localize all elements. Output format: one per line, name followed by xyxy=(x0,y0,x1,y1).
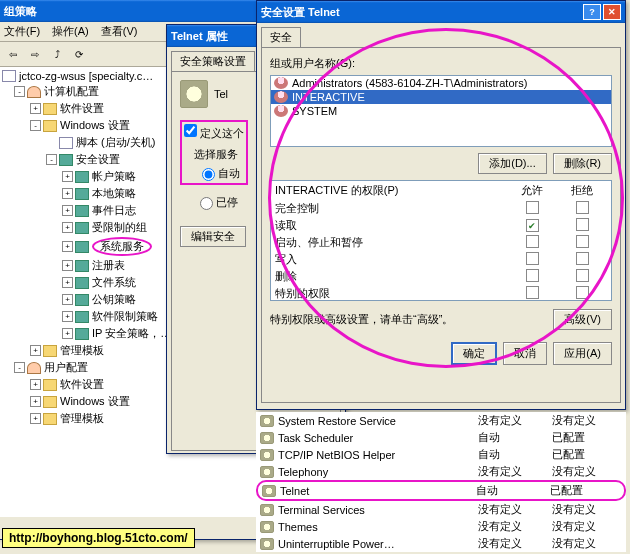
expand-toggle[interactable]: + xyxy=(62,222,73,233)
deny-checkbox[interactable] xyxy=(576,269,589,282)
back-icon[interactable]: ⇦ xyxy=(3,45,23,63)
expand-toggle[interactable]: + xyxy=(62,171,73,182)
expand-toggle[interactable]: + xyxy=(30,345,41,356)
tree-item-label: 用户配置 xyxy=(44,360,88,375)
allow-checkbox[interactable] xyxy=(526,286,539,299)
expand-toggle[interactable]: - xyxy=(14,86,25,97)
expand-toggle[interactable]: + xyxy=(62,260,73,271)
expand-toggle[interactable]: + xyxy=(62,205,73,216)
services-list[interactable]: System Restore Service没有定义没有定义Task Sched… xyxy=(256,412,626,552)
radio-auto[interactable] xyxy=(202,168,215,181)
folder-icon xyxy=(43,120,57,132)
tab-security-policy[interactable]: 安全策略设置 xyxy=(171,51,255,71)
expand-toggle[interactable]: + xyxy=(62,294,73,305)
allow-header: 允许 xyxy=(507,183,557,198)
group-row[interactable]: Administrators (4583-6104-ZH-T\Administr… xyxy=(271,76,611,90)
secdlg-titlebar[interactable]: 安全设置 Telnet ? ✕ xyxy=(257,1,625,23)
service-icon xyxy=(180,80,208,108)
service-row[interactable]: Terminal Services没有定义没有定义 xyxy=(256,501,626,518)
radio-disabled[interactable] xyxy=(200,197,213,210)
deny-checkbox[interactable] xyxy=(576,252,589,265)
refresh-icon[interactable]: ⟳ xyxy=(69,45,89,63)
ok-button[interactable]: 确定 xyxy=(451,342,497,365)
gear-icon xyxy=(260,538,274,550)
allow-checkbox[interactable] xyxy=(526,235,539,248)
permission-row: 删除 xyxy=(271,268,611,285)
permission-row: 特别的权限 xyxy=(271,285,611,300)
expand-toggle[interactable]: - xyxy=(46,154,57,165)
tree-item-label: 文件系统 xyxy=(92,275,136,290)
tree-item-label: 帐户策略 xyxy=(92,169,136,184)
group-row[interactable]: INTERACTIVE xyxy=(271,90,611,104)
book-icon xyxy=(75,188,89,200)
expand-toggle[interactable]: + xyxy=(30,396,41,407)
menu-action[interactable]: 操作(A) xyxy=(52,24,89,39)
menu-file[interactable]: 文件(F) xyxy=(4,24,40,39)
help-button[interactable]: ? xyxy=(583,4,601,20)
permission-row: 启动、停止和暂停 xyxy=(271,234,611,251)
menu-view[interactable]: 查看(V) xyxy=(101,24,138,39)
tree-item-label: 安全设置 xyxy=(76,152,120,167)
advanced-button[interactable]: 高级(V) xyxy=(553,309,612,330)
gear-icon xyxy=(260,432,274,444)
gpedit-titlebar[interactable]: 组策略 xyxy=(0,0,259,22)
permissions-table: INTERACTIVE 的权限(P) 允许 拒绝 完全控制读取✔启动、停止和暂停… xyxy=(270,180,612,301)
edit-security-button[interactable]: 编辑安全 xyxy=(180,226,246,247)
allow-checkbox[interactable]: ✔ xyxy=(526,219,539,232)
gear-icon xyxy=(260,415,274,427)
book-icon xyxy=(75,222,89,234)
expand-toggle[interactable]: + xyxy=(30,413,41,424)
add-button[interactable]: 添加(D)... xyxy=(478,153,546,174)
highlight-define: 定义这个 选择服务 自动 xyxy=(180,120,248,185)
allow-checkbox[interactable] xyxy=(526,269,539,282)
tree-item-label: 计算机配置 xyxy=(44,84,99,99)
user-icon xyxy=(27,362,41,374)
expand-toggle[interactable]: + xyxy=(62,277,73,288)
fwd-icon[interactable]: ⇨ xyxy=(25,45,45,63)
expand-toggle[interactable]: + xyxy=(30,379,41,390)
deny-checkbox[interactable] xyxy=(576,218,589,231)
book-icon xyxy=(75,260,89,272)
deny-checkbox[interactable] xyxy=(576,286,589,299)
service-row[interactable]: TCP/IP NetBIOS Helper自动已配置 xyxy=(256,446,626,463)
book-icon xyxy=(75,277,89,289)
apply-button[interactable]: 应用(A) xyxy=(553,342,612,365)
radio-disabled-label: 已停 xyxy=(216,196,238,208)
allow-checkbox[interactable] xyxy=(526,201,539,214)
folder-icon xyxy=(43,345,57,357)
close-button[interactable]: ✕ xyxy=(603,4,621,20)
radio-auto-label: 自动 xyxy=(218,167,240,179)
allow-checkbox[interactable] xyxy=(526,252,539,265)
gear-icon xyxy=(260,504,274,516)
special-perm-text: 特别权限或高级设置，请单击“高级”。 xyxy=(270,312,545,327)
expand-toggle[interactable]: + xyxy=(62,328,73,339)
group-row[interactable]: SYSTEM xyxy=(271,104,611,118)
user-icon xyxy=(274,91,288,103)
service-row[interactable]: System Restore Service没有定义没有定义 xyxy=(256,412,626,429)
service-row[interactable]: Telnet自动已配置 xyxy=(256,480,626,501)
tree-item-label: 注册表 xyxy=(92,258,125,273)
tree-item-label: IP 安全策略，… xyxy=(92,326,171,341)
expand-toggle[interactable]: + xyxy=(62,241,73,252)
tab-security[interactable]: 安全 xyxy=(261,27,301,47)
service-row[interactable]: Themes没有定义没有定义 xyxy=(256,518,626,535)
deny-checkbox[interactable] xyxy=(576,235,589,248)
deny-checkbox[interactable] xyxy=(576,201,589,214)
service-row[interactable]: Task Scheduler自动已配置 xyxy=(256,429,626,446)
expand-toggle[interactable]: - xyxy=(30,120,41,131)
up-icon[interactable]: ⤴ xyxy=(47,45,67,63)
service-row[interactable]: Telephony没有定义没有定义 xyxy=(256,463,626,480)
service-row[interactable]: Uninterruptible Power…没有定义没有定义 xyxy=(256,535,626,552)
define-policy-checkbox[interactable] xyxy=(184,124,197,137)
expand-toggle[interactable]: + xyxy=(30,103,41,114)
source-url: http://boyhong.blog.51cto.com/ xyxy=(2,528,195,548)
cancel-button[interactable]: 取消 xyxy=(503,342,547,365)
remove-button[interactable]: 删除(R) xyxy=(553,153,612,174)
expand-toggle[interactable]: + xyxy=(62,311,73,322)
tree-item-label: 系统服务 xyxy=(100,240,144,252)
expand-toggle[interactable]: + xyxy=(62,188,73,199)
service-name-label: Tel xyxy=(214,88,228,100)
user-icon xyxy=(274,105,288,117)
groups-listbox[interactable]: Administrators (4583-6104-ZH-T\Administr… xyxy=(270,75,612,147)
expand-toggle[interactable]: - xyxy=(14,362,25,373)
